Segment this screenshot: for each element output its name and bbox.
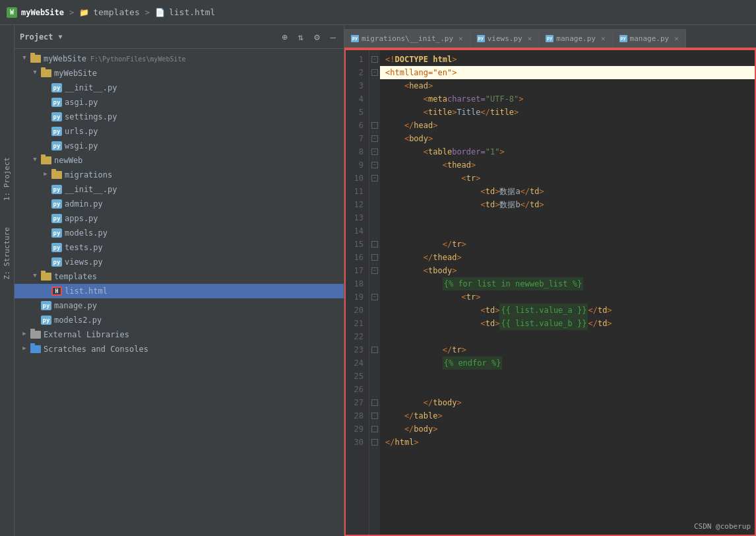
fold-29[interactable] xyxy=(371,426,378,432)
project-name: myWebSite xyxy=(21,8,64,17)
fold-28[interactable] xyxy=(371,413,378,419)
toolbar-settings-btn[interactable]: ⚙ xyxy=(311,30,322,44)
tree-newweb[interactable]: newWeb xyxy=(15,153,344,168)
code-line-14 xyxy=(380,224,755,238)
tree-asgi-py[interactable]: py asgi.py xyxy=(15,95,344,110)
folder-name: templates xyxy=(93,7,139,17)
fold-2[interactable]: − xyxy=(371,69,378,76)
file-icon-admin: py xyxy=(51,199,62,209)
file-icon-manage: py xyxy=(41,301,51,310)
code-line-29: </body> xyxy=(380,422,755,436)
vertical-tabs: 1: Project Z: Structure xyxy=(0,25,15,536)
code-line-16: </thead> xyxy=(380,251,755,264)
tree-models-py[interactable]: py models.py xyxy=(15,226,344,240)
file-icon-init2: py xyxy=(51,185,62,194)
folder-icon-mywebsite xyxy=(41,69,51,77)
tree-urls-py[interactable]: py urls.py xyxy=(15,124,344,139)
fold-23[interactable] xyxy=(371,347,378,353)
tab-views[interactable]: py views.py ✕ xyxy=(470,29,540,48)
tree-arrow-ext-libs xyxy=(20,330,29,339)
fold-6[interactable] xyxy=(371,122,378,129)
tree-manage-label: manage.py xyxy=(54,301,97,310)
code-line-27: </tbody> xyxy=(380,396,755,409)
tree-mywebsite[interactable]: myWebSite xyxy=(15,66,344,81)
toolbar-dropdown-arrow[interactable]: ▼ xyxy=(59,33,63,40)
tab-label-migrations: migrations\__init_.py xyxy=(362,34,453,43)
tree-migrations-label: migrations xyxy=(65,170,112,180)
code-line-30: </html> xyxy=(380,436,755,449)
code-line-19: <tr> xyxy=(380,290,755,304)
fold-16[interactable] xyxy=(371,254,378,261)
code-line-17: <tbody> xyxy=(380,264,755,277)
folder-icon-scratches xyxy=(30,345,41,353)
tree-list-html[interactable]: H list.html xyxy=(15,284,344,298)
code-line-4: <meta charset="UTF-8"> xyxy=(380,92,755,106)
folder-icon-newweb xyxy=(41,156,51,164)
tree-migrations[interactable]: migrations xyxy=(15,168,344,182)
code-line-21: <td>{{ list.value_b }}</td> xyxy=(380,317,755,330)
tab-migrations-init[interactable]: py migrations\__init_.py ✕ xyxy=(344,29,470,48)
tree-tests-py[interactable]: py tests.py xyxy=(15,240,344,255)
toolbar-sync-btn[interactable]: ⇅ xyxy=(296,30,306,44)
tree-manage-py[interactable]: py manage.py xyxy=(15,298,344,313)
tree-models2-py[interactable]: py models2.py xyxy=(15,313,344,327)
fold-17[interactable]: − xyxy=(371,267,378,274)
templates-folder-icon: 📁 xyxy=(79,8,89,17)
tab-close-migrations[interactable]: ✕ xyxy=(458,34,463,43)
tree-models2-label: models2.py xyxy=(54,316,102,325)
file-icon-apps: py xyxy=(51,214,62,223)
toolbar-minimize-btn[interactable]: — xyxy=(328,30,338,44)
tree-arrow-scratches xyxy=(20,345,29,354)
tree-scratches[interactable]: Scratches and Consoles xyxy=(15,342,344,356)
tree-apps-py[interactable]: py apps.py xyxy=(15,211,344,226)
tree-settings-py[interactable]: py settings.py xyxy=(15,110,344,124)
tree-external-libs[interactable]: External Libraries xyxy=(15,327,344,342)
tab-icon-migrations: py xyxy=(351,35,359,42)
tree-arrow-newweb xyxy=(30,156,40,165)
project-label: Project xyxy=(20,32,53,42)
tab-label-manage2: manage.py xyxy=(630,34,670,43)
tree-root[interactable]: myWebSite F:\PythonFiles\myWebSite xyxy=(15,51,344,66)
fold-30[interactable] xyxy=(371,439,378,446)
fold-15[interactable] xyxy=(371,241,378,248)
tree-urls-label: urls.py xyxy=(65,127,98,136)
fold-10[interactable]: − xyxy=(371,175,378,182)
file-icon-asgi: py xyxy=(51,98,62,107)
tree-views-py[interactable]: py views.py xyxy=(15,255,344,269)
fold-7[interactable]: − xyxy=(371,135,378,142)
tab-manage2[interactable]: py manage.py ✕ xyxy=(613,29,686,48)
tab-close-manage2[interactable]: ✕ xyxy=(674,34,679,43)
tree-init2-py[interactable]: py __init__.py xyxy=(15,182,344,197)
tree-init-py[interactable]: py __init__.py xyxy=(15,81,344,95)
file-icon-tests: py xyxy=(51,243,62,252)
tab-icon-views: py xyxy=(477,35,485,42)
code-line-1: <!DOCTYPE html> xyxy=(380,53,755,66)
tree-mywebsite-label: myWebSite xyxy=(54,69,97,78)
tab-manage1[interactable]: py manage.py ✕ xyxy=(539,29,612,48)
tree-ext-libs-label: External Libraries xyxy=(44,330,129,339)
tab-close-manage1[interactable]: ✕ xyxy=(601,34,606,43)
tab-1-project[interactable]: 1: Project xyxy=(3,157,11,201)
folder-icon-migrations xyxy=(51,171,62,179)
code-line-12: <td>数据b</td> xyxy=(380,198,755,211)
fold-8[interactable]: − xyxy=(371,149,378,155)
tree-templates[interactable]: templates xyxy=(15,269,344,284)
watermark: CSDN @coberup xyxy=(694,522,751,531)
code-line-6: </head> xyxy=(380,119,755,132)
code-line-7: <body> xyxy=(380,132,755,145)
fold-27[interactable] xyxy=(371,399,378,406)
file-icon-list-html: H xyxy=(51,286,62,296)
title-sep1: > xyxy=(69,8,74,17)
fold-1[interactable]: − xyxy=(371,56,378,63)
tab-close-views[interactable]: ✕ xyxy=(528,34,532,43)
fold-9[interactable]: − xyxy=(371,162,378,168)
tree-admin-py[interactable]: py admin.py xyxy=(15,197,344,211)
fold-19[interactable]: − xyxy=(371,294,378,300)
code-line-2: <html lang="en"> xyxy=(380,66,755,79)
editor-panel: py migrations\__init_.py ✕ py views.py ✕… xyxy=(344,25,756,536)
file-icon-models: py xyxy=(51,228,62,238)
tab-label-views: views.py xyxy=(488,34,522,43)
tree-wsgi-py[interactable]: py wsgi.py xyxy=(15,139,344,153)
toolbar-add-btn[interactable]: ⊕ xyxy=(279,30,290,44)
tab-z-structure[interactable]: Z: Structure xyxy=(3,227,11,279)
